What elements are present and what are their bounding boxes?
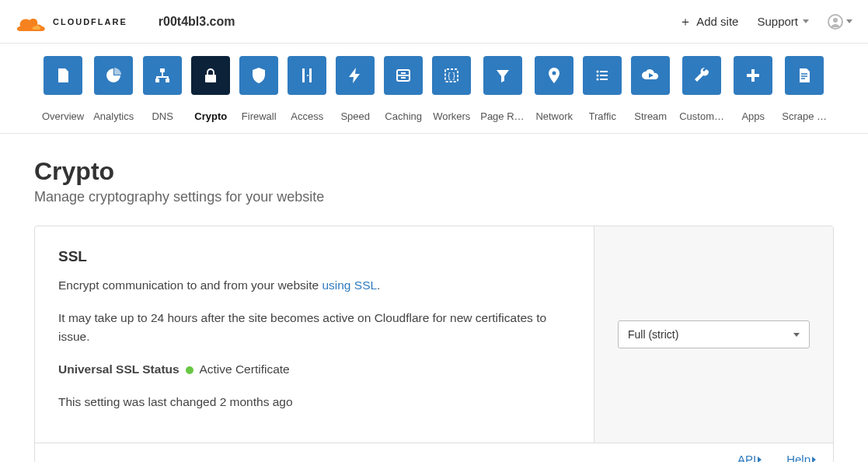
nav-tab-label: Custom P… <box>679 110 724 122</box>
svg-point-8 <box>307 75 309 76</box>
nav-tab-speed[interactable]: Speed <box>336 56 375 122</box>
ssl-card: SSL Encrypt communication to and from yo… <box>34 226 834 462</box>
help-link[interactable]: Help <box>786 453 816 462</box>
nav-tab-label: Speed <box>340 110 370 122</box>
cloudflare-logo-icon <box>12 12 47 31</box>
nav-tab-analytics[interactable]: Analytics <box>93 56 134 122</box>
nav-tabs: OverviewAnalyticsDNSCryptoFirewallAccess… <box>0 44 868 134</box>
plus-icon: ＋ <box>679 16 692 28</box>
add-site-button[interactable]: ＋ Add site <box>679 15 738 28</box>
page-title: Crypto <box>34 157 834 186</box>
nav-tab-label: Scrape S… <box>782 110 827 122</box>
chevron-right-icon <box>812 457 816 462</box>
chevron-down-icon <box>846 19 852 23</box>
door-icon <box>288 56 326 95</box>
lock-icon <box>191 56 230 95</box>
svg-rect-16 <box>600 75 608 76</box>
nav-tab-traffic[interactable]: Traffic <box>583 56 622 122</box>
sitemap-icon <box>143 56 182 95</box>
nav-tab-dns[interactable]: DNS <box>143 56 182 122</box>
ssl-mode-select[interactable]: Full (strict) <box>618 320 810 348</box>
bolt-icon <box>336 56 375 95</box>
nav-tab-access[interactable]: Access <box>288 56 326 122</box>
nav-tab-label: Workers <box>433 110 470 122</box>
nav-tab-label: Overview <box>42 110 84 122</box>
nav-tab-label: Firewall <box>242 110 277 122</box>
add-site-label: Add site <box>696 15 738 28</box>
profile-menu[interactable] <box>828 14 852 30</box>
svg-rect-2 <box>160 68 165 72</box>
pin-icon <box>535 56 573 95</box>
status-dot-icon <box>186 366 193 374</box>
ssl-status-label: Universal SSL Status <box>58 362 180 376</box>
nav-tab-label: DNS <box>152 110 173 122</box>
card-title: SSL <box>58 248 570 265</box>
nav-tab-label: Access <box>291 110 323 122</box>
nav-tab-workers[interactable]: { }Workers <box>432 56 471 122</box>
chevron-right-icon <box>758 457 762 462</box>
user-circle-icon <box>828 14 843 30</box>
doc-lines-icon <box>785 56 824 95</box>
nav-tab-label: Apps <box>741 110 765 122</box>
ssl-mode-value: Full (strict) <box>628 328 678 341</box>
plus-icon <box>734 56 772 95</box>
nav-tab-label: Analytics <box>93 110 134 122</box>
cloudflare-logo-word: CLOUDFLARE <box>53 17 127 26</box>
svg-rect-5 <box>205 75 216 82</box>
list-icon <box>583 56 622 95</box>
svg-rect-18 <box>600 79 608 80</box>
svg-point-12 <box>553 72 556 75</box>
nav-tab-scrape-s[interactable]: Scrape S… <box>782 56 827 122</box>
page-subtitle: Manage cryptography settings for your we… <box>34 189 834 205</box>
shield-icon <box>239 56 278 95</box>
nav-tab-firewall[interactable]: Firewall <box>239 56 278 122</box>
nav-tab-label: Network <box>535 110 573 122</box>
card-description: Encrypt communication to and from your w… <box>58 276 570 295</box>
nav-tab-overview[interactable]: Overview <box>42 56 84 122</box>
nav-tab-crypto[interactable]: Crypto <box>191 56 230 122</box>
wrench-icon <box>682 56 721 95</box>
nav-tab-page-rules[interactable]: Page Rules <box>480 56 525 122</box>
drawer-icon <box>384 56 423 95</box>
api-link[interactable]: API <box>737 453 762 462</box>
nav-tab-caching[interactable]: Caching <box>384 56 423 122</box>
nav-tab-label: Stream <box>634 110 667 122</box>
ssl-status-line: Universal SSL Status Active Certificate <box>58 360 570 379</box>
nav-tab-label: Crypto <box>194 110 227 122</box>
using-ssl-link[interactable]: using SSL <box>322 278 377 292</box>
ssl-status-value: Active Certificate <box>199 362 289 376</box>
nav-tab-label: Page Rules <box>480 110 525 122</box>
funnel-icon <box>483 56 522 95</box>
site-name[interactable]: r00t4bl3.com <box>159 15 235 29</box>
svg-rect-3 <box>155 79 159 82</box>
nav-tab-label: Traffic <box>589 110 616 122</box>
chevron-down-icon <box>803 19 809 23</box>
svg-point-13 <box>597 71 599 73</box>
chevron-down-icon <box>793 333 800 337</box>
support-menu[interactable]: Support <box>757 15 809 28</box>
card-meta: This setting was last changed 2 months a… <box>58 393 570 411</box>
pie-icon <box>94 56 133 95</box>
doc-icon <box>44 56 82 95</box>
nav-tab-apps[interactable]: Apps <box>734 56 772 122</box>
nav-tab-stream[interactable]: Stream <box>631 56 670 122</box>
svg-point-15 <box>597 75 599 77</box>
header: CLOUDFLARE r00t4bl3.com ＋ Add site Suppo… <box>0 0 868 44</box>
cloudflare-logo[interactable]: CLOUDFLARE <box>12 12 127 31</box>
nav-tab-custom-p[interactable]: Custom P… <box>679 56 724 122</box>
svg-point-1 <box>833 18 838 23</box>
svg-text:{ }: { } <box>448 72 455 80</box>
braces-icon: { } <box>432 56 471 95</box>
svg-rect-14 <box>600 71 608 72</box>
svg-point-17 <box>597 79 599 81</box>
cloud-play-icon <box>631 56 670 95</box>
card-note: It may take up to 24 hours after the sit… <box>58 309 570 346</box>
svg-rect-20 <box>747 74 759 77</box>
svg-rect-4 <box>166 79 169 82</box>
nav-tab-label: Caching <box>385 110 422 122</box>
support-label: Support <box>757 15 798 28</box>
nav-tab-network[interactable]: Network <box>535 56 573 122</box>
